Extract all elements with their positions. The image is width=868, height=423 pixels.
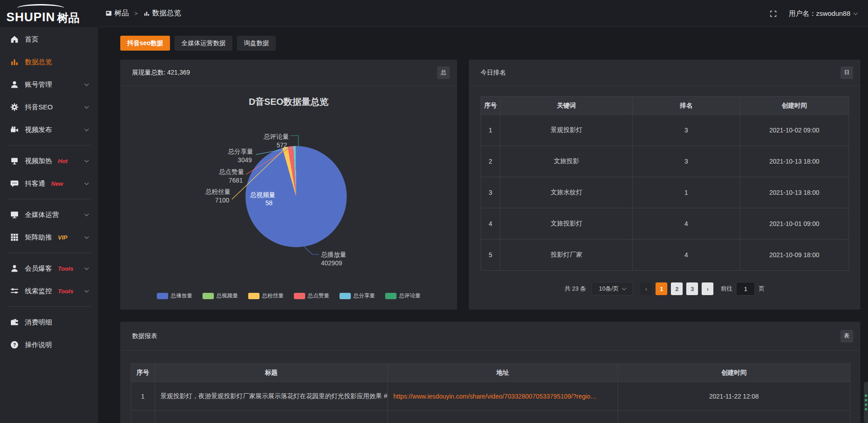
legend-swatch [340,293,351,299]
hot-badge: Hot [58,158,68,164]
legend-item[interactable]: 总播放量 [157,292,193,300]
app-logo[interactable]: SHUPIN 树品 [6,4,92,24]
callout-shares-value: 3049 [238,156,252,164]
today-rank-panel: 今日排名 日 序号 关键词 排名 创建时间 1 景观投影灯 3 2021-10-… [469,60,860,310]
next-page-button[interactable]: › [702,282,713,295]
legend-item[interactable]: 总粉丝量 [248,292,284,300]
col-keyword: 关键词 [500,97,633,115]
chart-icon [10,57,19,66]
sidebar-item-spending-detail[interactable]: 消费明细 [0,311,98,334]
callout-plays-name: 总播放量 [321,251,346,258]
table-row: 5 投影灯厂家 4 2021-10-09 18:00 [481,240,849,271]
sidebar-item-matrix-boost[interactable]: 矩阵助推 VIP [0,226,98,249]
goto-label: 前往 [721,285,732,293]
window-icon [105,10,112,17]
page-button-2[interactable]: 2 [671,282,683,295]
total-count-label: 共 23 条 [565,285,586,293]
widget-dot [865,408,867,410]
sidebar-item-member-baoke[interactable]: 会员爆客 Tools [0,257,98,280]
legend-swatch [294,293,305,299]
sidebar-item-douyin-seo[interactable]: 抖音SEO [0,96,98,118]
video-camera-icon [10,125,19,134]
sidebar-item-video-heat[interactable]: 视频加热 Hot [0,150,98,172]
sidebar-divider [7,306,91,307]
chat-icon [10,179,19,188]
table-header-row: 序号 标题 地址 创建时间 [131,364,850,382]
sidebar-divider [7,199,91,199]
callout-likes-name: 总点赞量 [219,168,244,175]
sidebar-item-media-operation[interactable]: 全媒体运营 [0,203,98,226]
legend-swatch [385,293,396,299]
sidebar-item-video-publish[interactable]: 视频发布 [0,118,98,141]
legend-swatch [248,293,259,299]
sidebar-item-home[interactable]: 首页 [0,28,98,51]
callout-comments-value: 572 [277,141,288,149]
page-size-select[interactable]: 10条/页 [591,282,633,296]
top-header: SHUPIN 树品 树品 > 数据总览 用户名：zswodun88 [0,0,868,27]
table-badge-button[interactable]: 表 [840,330,853,343]
sidebar-item-data-overview[interactable]: 数据总览 [0,51,98,73]
col-title: 标题 [155,364,388,382]
legend-swatch [157,293,168,299]
tab-douyin-seo-data[interactable]: 抖音seo数据 [120,36,170,51]
impressions-total: 展现量总数: 421,369 [132,69,190,77]
chevron-down-icon [85,181,89,185]
floating-widget[interactable] [864,382,868,423]
table-row: 3 文旅水纹灯 1 2021-10-13 18:00 [481,177,849,208]
callout-plays-value: 402909 [321,259,342,267]
col-index: 序号 [481,97,500,115]
chevron-down-icon [622,286,626,291]
day-badge-button[interactable]: 日 [840,66,853,79]
legend-item[interactable]: 总视频量 [203,292,238,300]
total-badge-button[interactable]: 总 [437,66,450,79]
table-row: 2 文旅投影 3 2021-10-13 18:00 [481,146,849,177]
callout-likes-value: 7681 [229,177,243,184]
fullscreen-icon[interactable] [769,10,777,18]
video-link[interactable]: https://www.iesdouyin.com/share/video/70… [393,393,597,400]
breadcrumb-root[interactable]: 树品 [105,9,129,18]
sidebar-item-help[interactable]: ? 操作说明 [0,334,98,356]
tab-inquiry-data[interactable]: 询盘数据 [237,36,276,51]
svg-text:?: ? [13,342,16,348]
goto-page-input[interactable] [736,282,755,296]
report-panel-title: 数据报表 [132,332,157,340]
chevron-down-icon [85,104,89,109]
wallet-icon [10,318,19,327]
page-button-1[interactable]: 1 [656,282,667,295]
home-icon [10,35,19,44]
data-tabs: 抖音seo数据 全媒体运营数据 询盘数据 [120,36,276,51]
username-label: 用户名：zswodun88 [789,9,850,18]
sidebar-divider [7,253,91,253]
breadcrumb-separator: > [134,10,138,17]
report-table: 序号 标题 地址 创建时间 1 景观投影灯，夜游景观投影灯厂家展示展示落花灯在花… [131,363,850,423]
legend-item[interactable]: 总点赞量 [294,292,330,300]
legend-item[interactable]: 总分享量 [340,292,375,300]
sidebar-item-account[interactable]: 账号管理 [0,73,98,96]
rank-table: 序号 关键词 排名 创建时间 1 景观投影灯 3 2021-10-02 09:0… [481,96,849,271]
callout-videos-value: 58 [265,199,273,207]
sidebar-item-lead-monitor[interactable]: 线索监控 Tools [0,280,98,302]
col-created: 创建时间 [618,364,850,382]
sidebar-item-douketong[interactable]: 抖客通 New [0,172,98,195]
table-row: 1 景观投影灯，夜游景观投影灯厂家展示展示落花灯在花园里的灯光投影应用效果 #…… [131,382,850,411]
gear-icon [10,103,19,112]
table-row: 1 景观投影灯 3 2021-10-02 09:00 [481,115,849,146]
question-circle-icon: ? [10,340,19,349]
username-dropdown[interactable]: 用户名：zswodun88 [789,9,857,18]
breadcrumb-current: 数据总览 [143,9,181,18]
sliders-icon [10,287,19,296]
prev-page-button[interactable]: ‹ [640,282,652,295]
logo-text: SHUPIN [6,11,55,24]
col-url: 地址 [388,364,618,382]
col-index: 序号 [131,364,155,382]
user-icon [10,80,19,89]
chevron-down-icon [854,11,858,15]
chart-legend: 总播放量 总视频量 总粉丝量 总点赞量 总分享量 总评论量 [120,292,457,300]
tab-media-operation-data[interactable]: 全媒体运营数据 [175,36,232,51]
breadcrumb: 树品 > 数据总览 [105,9,181,18]
grid-icon [10,233,19,242]
page-button-3[interactable]: 3 [686,282,698,295]
tools-badge: Tools [58,265,73,272]
chevron-down-icon [85,266,89,270]
legend-item[interactable]: 总评论量 [385,292,421,300]
